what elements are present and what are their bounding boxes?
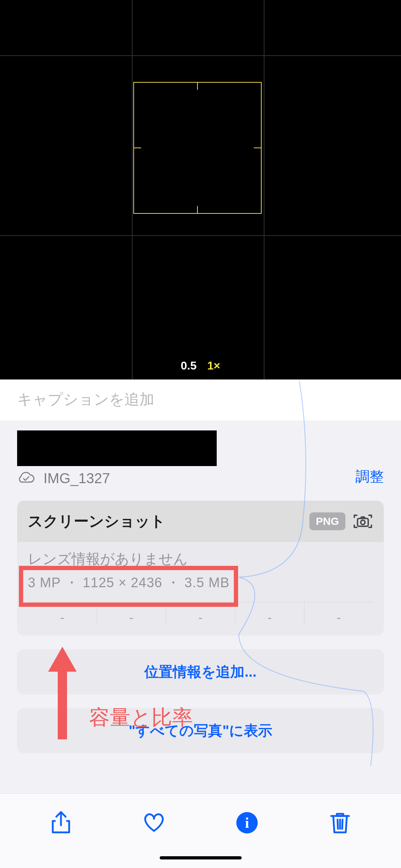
share-button[interactable] — [47, 808, 75, 837]
camera-icon[interactable] — [353, 512, 373, 530]
grid-line — [0, 235, 401, 236]
caption-placeholder: キャプションを追加 — [17, 391, 154, 408]
annotation-arrow — [45, 647, 80, 743]
annotation-highlight — [19, 566, 238, 607]
zoom-1x: 1× — [207, 359, 220, 372]
zoom-controls: 0.5 1× — [0, 359, 401, 372]
caption-input[interactable]: キャプションを追加 — [0, 379, 401, 420]
info-title: スクリーンショット — [28, 511, 165, 531]
adjust-button[interactable]: 調整 — [355, 467, 384, 486]
redacted-timestamp — [17, 430, 217, 466]
grid-line — [264, 0, 264, 379]
photo-thumbnail[interactable]: 0.5 1× — [0, 0, 401, 379]
bottom-toolbar: i — [0, 793, 401, 868]
favorite-button[interactable] — [140, 808, 168, 837]
annotation-label: 容量と比率 — [89, 704, 193, 732]
screenshot-info-card: スクリーンショット PNG レンズ情報がありません 3 MP ・ 1125 × … — [17, 501, 384, 636]
svg-point-1 — [361, 520, 365, 525]
cloud-synced-icon — [17, 471, 35, 486]
home-indicator[interactable] — [160, 856, 242, 859]
zoom-0-5: 0.5 — [181, 359, 196, 372]
grid-line — [0, 55, 401, 56]
info-icon: i — [236, 812, 258, 833]
grid-line — [132, 0, 133, 379]
file-name: IMG_1327 — [43, 470, 110, 486]
delete-button[interactable] — [326, 808, 354, 837]
file-header: IMG_1327 調整 — [0, 420, 401, 496]
format-badge: PNG — [309, 512, 345, 530]
camera-focus-box — [133, 82, 262, 214]
exif-cell: - — [304, 602, 373, 625]
exif-row: - - - - - — [28, 602, 373, 636]
exif-cell: - — [235, 602, 304, 625]
info-button[interactable]: i — [233, 808, 261, 837]
